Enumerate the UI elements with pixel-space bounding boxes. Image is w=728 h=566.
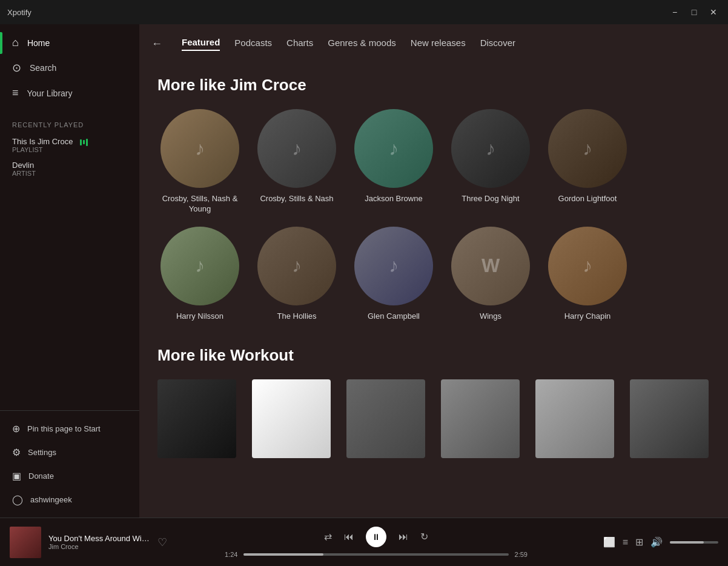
donate-icon: ▣ [12, 470, 21, 482]
progress-fill [243, 553, 323, 556]
artist-card-2[interactable]: ♪ Jackson Browne [351, 109, 436, 215]
artist-card-1[interactable]: ♪ Crosby, Stills & Nash [254, 109, 339, 215]
back-button[interactable]: ← [151, 38, 162, 50]
artist-card-3[interactable]: ♪ Three Dog Night [448, 109, 533, 215]
track-info: You Don't Mess Around With Jim Jim Croce [48, 534, 150, 550]
active-indicator [0, 32, 2, 54]
pause-button[interactable]: ⏸ [366, 527, 386, 547]
volume-fill [670, 541, 704, 544]
artist-avatar-4: ♪ [548, 109, 627, 188]
tab-podcasts[interactable]: Podcasts [234, 38, 272, 50]
search-icon: ⊙ [12, 61, 21, 75]
sidebar-item-donate[interactable]: ▣ Donate [0, 464, 139, 488]
sidebar-item-profile[interactable]: ◯ ashwingeek [0, 488, 139, 511]
main-content: ← Featured Podcasts Charts Genres & mood… [139, 24, 728, 518]
artist-card-6[interactable]: ♪ The Hollies [254, 227, 339, 322]
workout-card-1[interactable] [252, 379, 337, 463]
artist-name-3: Three Dog Night [462, 194, 519, 204]
pin-icon: ⊕ [12, 423, 20, 434]
volume-icon[interactable]: 🔊 [650, 536, 663, 548]
np-right-controls: ⬜ ≡ ⊞ 🔊 [585, 536, 718, 548]
artist-name-1: Crosby, Stills & Nash [260, 194, 333, 204]
sidebar-item-label-search: Search [30, 63, 56, 73]
tab-discover[interactable]: Discover [480, 38, 515, 50]
workout-card-2[interactable] [346, 379, 431, 463]
next-button[interactable]: ⏭ [399, 531, 408, 542]
artist-avatar-3: ♪ [451, 109, 530, 188]
playing-indicator [80, 139, 88, 146]
tab-genres[interactable]: Genres & moods [328, 38, 396, 50]
tab-featured[interactable]: Featured [182, 37, 220, 51]
artist-name-4: Gordon Lightfoot [558, 194, 617, 204]
recent-item-0[interactable]: This Is Jim Croce PLAYLIST [0, 133, 139, 157]
tab-newreleases[interactable]: New releases [411, 38, 466, 50]
settings-icon: ⚙ [12, 447, 21, 458]
close-button[interactable]: ✕ [706, 5, 721, 19]
play-bar-3 [86, 139, 88, 146]
maximize-button[interactable]: □ [687, 5, 701, 19]
now-playing-bar: You Don't Mess Around With Jim Jim Croce… [0, 518, 728, 566]
artist-name-playing: Jim Croce [48, 543, 150, 550]
queue-button[interactable]: ≡ [623, 537, 628, 548]
artist-card-4[interactable]: ♪ Gordon Lightfoot [545, 109, 630, 215]
sidebar-item-home[interactable]: ⌂ Home [0, 30, 139, 55]
artist-card-7[interactable]: ♪ Glen Campbell [351, 227, 436, 322]
sidebar-item-library[interactable]: ≡ Your Library [0, 81, 139, 105]
tab-charts[interactable]: Charts [286, 38, 313, 50]
content-area[interactable]: More like Jim Croce ♪ Crosby, Stills, Na… [139, 64, 728, 518]
artist-avatar-9: ♪ [548, 227, 627, 305]
artist-avatar-8: W [451, 227, 530, 305]
multi-button[interactable]: ⊞ [635, 536, 643, 548]
progress-bar-area: 1:24 2:59 [225, 551, 528, 558]
artist-avatar-7: ♪ [354, 227, 433, 305]
volume-bar[interactable] [670, 541, 718, 544]
play-bar-2 [83, 140, 85, 144]
workout-thumb-1 [252, 379, 331, 458]
total-time: 2:59 [515, 551, 528, 558]
sidebar-nav: ⌂ Home ⊙ Search ≡ Your Library [0, 24, 139, 112]
workout-thumb-5 [630, 379, 709, 458]
progress-bar[interactable] [243, 553, 508, 556]
pin-label: Pin this page to Start [27, 424, 101, 433]
minimize-button[interactable]: − [667, 5, 682, 19]
playlist-title-0: This Is Jim Croce [12, 137, 127, 146]
app-title: Xpotify [7, 8, 667, 17]
repeat-button[interactable]: ↻ [420, 531, 428, 542]
artist-name-7: Glen Campbell [368, 311, 420, 322]
workout-card-4[interactable] [535, 379, 620, 463]
playback-controls: ⇄ ⏮ ⏸ ⏭ ↻ 1:24 2:59 [167, 527, 585, 558]
jim-croce-artist-grid: ♪ Crosby, Stills, Nash & Young ♪ Crosby,… [157, 109, 710, 322]
artist-card-8[interactable]: W Wings [448, 227, 533, 322]
artist-card-0[interactable]: ♪ Crosby, Stills, Nash & Young [157, 109, 242, 215]
album-art [10, 527, 41, 558]
workout-card-3[interactable] [441, 379, 526, 463]
workout-thumb-0 [157, 379, 236, 458]
sidebar-item-settings[interactable]: ⚙ Settings [0, 441, 139, 464]
screen-button[interactable]: ⬜ [603, 536, 615, 548]
artist-name-2: Jackson Browne [365, 194, 422, 204]
sidebar-item-search[interactable]: ⊙ Search [0, 55, 139, 81]
workout-card-5[interactable] [630, 379, 710, 463]
control-buttons: ⇄ ⏮ ⏸ ⏭ ↻ [324, 527, 428, 547]
artist-card-5[interactable]: ♪ Harry Nilsson [157, 227, 242, 322]
artist-avatar-0: ♪ [160, 109, 239, 188]
track-name: You Don't Mess Around With Jim [48, 534, 150, 543]
shuffle-button[interactable]: ⇄ [324, 531, 332, 542]
sidebar-item-pin[interactable]: ⊕ Pin this page to Start [0, 417, 139, 441]
recently-played-label: RECENTLY PLAYED [0, 112, 139, 133]
title-bar: Xpotify − □ ✕ [0, 0, 728, 24]
previous-button[interactable]: ⏮ [344, 531, 354, 542]
workout-card-0[interactable] [157, 379, 242, 463]
artist-card-9[interactable]: ♪ Harry Chapin [545, 227, 630, 322]
like-button[interactable]: ♡ [157, 536, 167, 549]
jim-croce-section-title: More like Jim Croce [157, 76, 710, 95]
workout-grid [157, 379, 710, 463]
workout-thumb-3 [441, 379, 520, 458]
home-icon: ⌂ [12, 36, 19, 49]
artist-name-8: Wings [480, 311, 501, 322]
artist-name-5: Harry Nilsson [176, 311, 223, 322]
sidebar-bottom: ⊕ Pin this page to Start ⚙ Settings ▣ Do… [0, 410, 139, 518]
profile-label: ashwingeek [30, 495, 72, 504]
recent-item-1[interactable]: Devlin ARTIST [0, 157, 139, 181]
workout-section-title: More like Workout [157, 346, 710, 365]
